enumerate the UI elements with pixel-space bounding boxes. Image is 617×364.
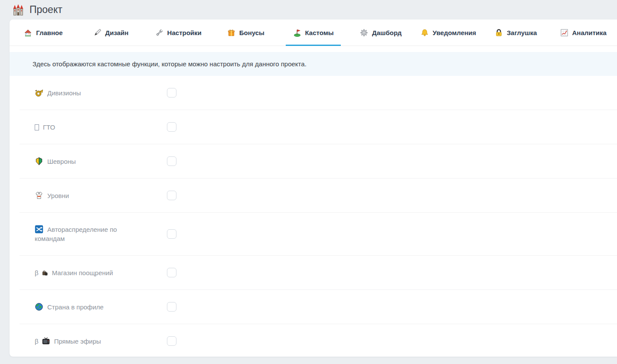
tab-customs[interactable]: Кастомы bbox=[280, 20, 347, 46]
golf-flag-icon bbox=[293, 29, 301, 37]
wrench-icon bbox=[155, 29, 163, 37]
feature-checkbox[interactable] bbox=[167, 268, 176, 277]
gift-icon bbox=[227, 29, 235, 37]
missing-glyph-icon bbox=[35, 124, 39, 130]
feature-checkbox[interactable] bbox=[167, 302, 176, 312]
tab-analytics[interactable]: Аналитика bbox=[549, 20, 617, 46]
castle-icon bbox=[12, 3, 25, 16]
tabbar: Главное Дизайн bbox=[10, 20, 617, 46]
feature-row-country-in-profile: Страна в профиле bbox=[20, 290, 617, 324]
info-banner-text: Здесь отображаются кастомные функции, ко… bbox=[33, 60, 307, 68]
feature-label: Уровни bbox=[35, 191, 139, 200]
tab-label: Уведомления bbox=[433, 29, 476, 36]
shuffle-icon bbox=[35, 225, 43, 234]
lock-icon bbox=[495, 29, 503, 37]
gear-icon bbox=[360, 29, 368, 37]
feature-row-rewards-store: β Магазин поощрений bbox=[20, 256, 617, 290]
feature-row-live-streams: β Прямые эфиры bbox=[20, 324, 617, 358]
globe-icon bbox=[35, 302, 43, 311]
house-icon bbox=[24, 29, 32, 37]
bell-icon bbox=[421, 29, 429, 37]
beginner-badge-icon bbox=[35, 157, 43, 166]
tab-notifications[interactable]: Уведомления bbox=[415, 20, 482, 46]
postal-horn-icon bbox=[35, 88, 43, 97]
pen-icon bbox=[93, 29, 101, 37]
feature-name: Шевроны bbox=[47, 158, 76, 165]
feature-name: Страна в профиле bbox=[47, 303, 104, 311]
tab-design[interactable]: Дизайн bbox=[77, 20, 145, 46]
feature-row-divisions: Дивизионы bbox=[20, 76, 617, 110]
feature-name: Автораспределение по командам bbox=[35, 226, 117, 242]
feature-label: ГТО bbox=[35, 123, 139, 132]
feature-name: Уровни bbox=[47, 192, 69, 199]
feature-checkbox[interactable] bbox=[167, 88, 176, 98]
feature-checkbox[interactable] bbox=[167, 191, 176, 200]
chart-icon bbox=[560, 29, 568, 37]
tab-label: Дашборд bbox=[372, 29, 402, 36]
page-title: Проект bbox=[29, 4, 62, 16]
tab-label: Главное bbox=[36, 29, 62, 36]
shopping-bags-icon bbox=[42, 270, 48, 276]
feature-label: Шевроны bbox=[35, 157, 139, 166]
tab-label: Дизайн bbox=[105, 29, 129, 36]
feature-row-team-autodistribution: Автораспределение по командам bbox=[20, 213, 617, 256]
tab-main[interactable]: Главное bbox=[10, 20, 77, 46]
beta-mark: β bbox=[35, 338, 39, 345]
feature-checkbox[interactable] bbox=[167, 122, 176, 132]
feature-label: β Прямые эфиры bbox=[35, 337, 139, 346]
project-card: Главное Дизайн bbox=[10, 20, 617, 357]
feature-row-gto: ГТО bbox=[20, 110, 617, 144]
feature-list: Дивизионы ГТО Шевроны bbox=[10, 76, 617, 358]
feature-name: ГТО bbox=[43, 124, 55, 131]
feature-label: Автораспределение по командам bbox=[35, 225, 139, 243]
feature-label: Дивизионы bbox=[35, 88, 139, 98]
tab-label: Бонусы bbox=[239, 29, 264, 36]
martial-arts-uniform-icon bbox=[35, 191, 43, 200]
tab-label: Настройки bbox=[167, 29, 202, 36]
tab-settings[interactable]: Настройки bbox=[144, 20, 212, 46]
feature-row-chevrons: Шевроны bbox=[20, 144, 617, 179]
tab-label: Аналитика bbox=[572, 29, 607, 36]
info-banner: Здесь отображаются кастомные функции, ко… bbox=[10, 52, 617, 76]
beta-mark: β bbox=[35, 269, 39, 276]
feature-checkbox[interactable] bbox=[167, 336, 176, 346]
tab-dashboard[interactable]: Дашборд bbox=[347, 20, 415, 46]
tab-bonuses[interactable]: Бонусы bbox=[212, 20, 280, 46]
feature-label: Страна в профиле bbox=[35, 302, 139, 312]
page-header: Проект bbox=[0, 0, 617, 20]
feature-name: Прямые эфиры bbox=[54, 338, 101, 345]
tab-stub[interactable]: Заглушка bbox=[482, 20, 550, 46]
feature-name: Дивизионы bbox=[47, 89, 81, 97]
feature-checkbox[interactable] bbox=[167, 156, 176, 166]
tv-icon bbox=[42, 337, 50, 345]
tab-label: Кастомы bbox=[305, 29, 334, 36]
tab-label: Заглушка bbox=[507, 29, 537, 36]
feature-row-levels: Уровни bbox=[20, 179, 617, 213]
feature-name: Магазин поощрений bbox=[52, 269, 113, 276]
feature-label: β Магазин поощрений bbox=[35, 268, 139, 277]
feature-checkbox[interactable] bbox=[167, 229, 176, 239]
